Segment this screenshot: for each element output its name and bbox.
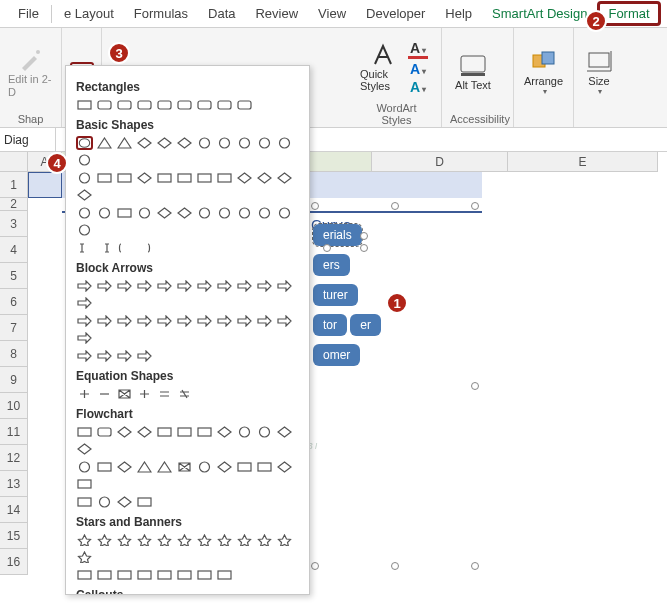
shape-rect1[interactable] [96, 98, 113, 112]
shape-basicc2[interactable] [116, 206, 133, 220]
shape-star5[interactable] [176, 533, 193, 547]
resize-handle[interactable] [311, 562, 319, 570]
row-header[interactable]: 10 [0, 393, 28, 419]
shape-flowb1[interactable] [96, 460, 113, 474]
row-header[interactable]: 8 [0, 341, 28, 367]
shape-rect7[interactable] [216, 98, 233, 112]
shape-rect5[interactable] [176, 98, 193, 112]
shape-star0[interactable] [76, 533, 93, 547]
shape-flow10[interactable] [276, 425, 293, 439]
row-header[interactable]: 13 [0, 471, 28, 497]
shape-basicc9[interactable] [256, 206, 273, 220]
shape-banner2[interactable] [116, 568, 133, 582]
shape-arrow5[interactable] [176, 279, 193, 293]
shape-flowb11[interactable] [76, 477, 93, 491]
shape-arrow11[interactable] [76, 296, 93, 310]
alt-text-button[interactable]: Alt Text [450, 38, 496, 108]
shape-star8[interactable] [236, 533, 253, 547]
shape-eq5[interactable] [176, 387, 193, 401]
shape-star1[interactable] [96, 533, 113, 547]
tab-review[interactable]: Review [245, 1, 308, 26]
tab-pagelayout[interactable]: e Layout [54, 1, 124, 26]
shape-basicc6[interactable] [196, 206, 213, 220]
shape-arrow10[interactable] [276, 279, 293, 293]
shape-arrowb1[interactable] [96, 314, 113, 328]
shape-flow11[interactable] [76, 442, 93, 456]
shape-eq1[interactable] [96, 387, 113, 401]
shape-flow2[interactable] [116, 425, 133, 439]
shape-banner3[interactable] [136, 568, 153, 582]
col-header-e[interactable]: E [508, 152, 658, 172]
node-handle[interactable] [323, 244, 331, 252]
row-header[interactable]: 15 [0, 523, 28, 549]
shape-basicc3[interactable] [136, 206, 153, 220]
row-header[interactable]: 3 [0, 211, 28, 237]
shape-eq2[interactable] [116, 387, 133, 401]
tab-data[interactable]: Data [198, 1, 245, 26]
shape-arrowb9[interactable] [256, 314, 273, 328]
shape-brace2[interactable] [116, 241, 133, 255]
arrange-button[interactable]: Arrange [522, 38, 565, 108]
shape-rect2[interactable] [116, 98, 133, 112]
shape-flowc1[interactable] [96, 495, 113, 509]
shape-arrow1[interactable] [96, 279, 113, 293]
shape-eq0[interactable] [76, 387, 93, 401]
shape-arrowb7[interactable] [216, 314, 233, 328]
shape-basicb3[interactable] [136, 171, 153, 185]
shape-arrow2[interactable] [116, 279, 133, 293]
shape-brace3[interactable] [136, 241, 153, 255]
shape-arrow0[interactable] [76, 279, 93, 293]
shape-flow9[interactable] [256, 425, 273, 439]
shape-basic10[interactable] [276, 136, 293, 150]
shape-basicb8[interactable] [236, 171, 253, 185]
shape-basicb10[interactable] [276, 171, 293, 185]
shape-flowb2[interactable] [116, 460, 133, 474]
shape-arrowb11[interactable] [76, 331, 93, 345]
shape-eq3[interactable] [136, 387, 153, 401]
text-fill-button[interactable]: A [408, 40, 428, 59]
shape-flowb6[interactable] [196, 460, 213, 474]
tab-formulas[interactable]: Formulas [124, 1, 198, 26]
text-effects-button[interactable]: A [408, 79, 428, 95]
shape-basic8[interactable] [236, 136, 253, 150]
shape-star6[interactable] [196, 533, 213, 547]
shape-star11[interactable] [76, 550, 93, 564]
shape-flowc3[interactable] [136, 495, 153, 509]
shape-banner0[interactable] [76, 568, 93, 582]
shape-banner1[interactable] [96, 568, 113, 582]
shape-basic3[interactable] [136, 136, 153, 150]
shape-arrow9[interactable] [256, 279, 273, 293]
shape-arrowc3[interactable] [136, 349, 153, 363]
resize-handle[interactable] [471, 202, 479, 210]
shape-flowb0[interactable] [76, 460, 93, 474]
row-header[interactable]: 12 [0, 445, 28, 471]
shape-flowc2[interactable] [116, 495, 133, 509]
shape-basicc5[interactable] [176, 206, 193, 220]
shape-basic9[interactable] [256, 136, 273, 150]
shape-rect3[interactable] [136, 98, 153, 112]
resize-handle[interactable] [471, 562, 479, 570]
shape-basicb11[interactable] [76, 188, 93, 202]
shape-basicb5[interactable] [176, 171, 193, 185]
row-header[interactable]: 11 [0, 419, 28, 445]
shape-flowb8[interactable] [236, 460, 253, 474]
shape-banner4[interactable] [156, 568, 173, 582]
shape-flow3[interactable] [136, 425, 153, 439]
shape-arrowb3[interactable] [136, 314, 153, 328]
row-header[interactable]: 9 [0, 367, 28, 393]
shape-star2[interactable] [116, 533, 133, 547]
shape-flowb9[interactable] [256, 460, 273, 474]
shape-basicc10[interactable] [276, 206, 293, 220]
shape-basicb7[interactable] [216, 171, 233, 185]
text-outline-button[interactable]: A [408, 61, 428, 77]
shape-basicb1[interactable] [96, 171, 113, 185]
shape-arrowb6[interactable] [196, 314, 213, 328]
smartart-node[interactable]: er [350, 314, 381, 336]
shape-arrow3[interactable] [136, 279, 153, 293]
shape-basicb9[interactable] [256, 171, 273, 185]
shape-basicb6[interactable] [196, 171, 213, 185]
cell-a1[interactable] [28, 172, 62, 198]
shape-basicb2[interactable] [116, 171, 133, 185]
shape-flow1[interactable] [96, 425, 113, 439]
shape-flow4[interactable] [156, 425, 173, 439]
